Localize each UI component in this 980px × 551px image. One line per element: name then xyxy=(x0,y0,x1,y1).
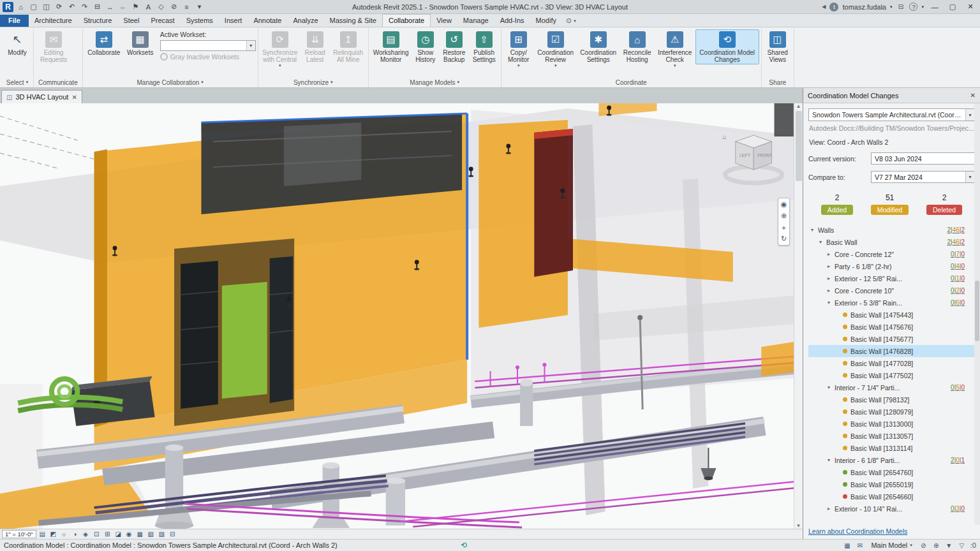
expand-icon[interactable]: ▸ xyxy=(828,506,835,511)
temporary-hide-icon[interactable]: ◪ xyxy=(114,530,123,538)
collapse-icon[interactable]: ▾ xyxy=(811,227,818,233)
section-icon[interactable]: ⊘ xyxy=(168,2,179,12)
rendering-icon[interactable]: ◈ xyxy=(81,530,91,538)
scroll-down-icon[interactable]: ▼ xyxy=(796,523,801,529)
ribbon-display-options[interactable]: ⊙▾ xyxy=(566,17,576,27)
collaborate-button[interactable]: ⇄Collaborate xyxy=(85,29,123,57)
ribbon-tab-manage[interactable]: Manage xyxy=(457,15,494,27)
copy-monitor-button[interactable]: ⊞Copy/Monitor▾ xyxy=(503,29,534,70)
text-icon[interactable]: A xyxy=(143,2,154,12)
ribbon-tab-precast[interactable]: Precast xyxy=(145,15,180,27)
minimize-button[interactable]: — xyxy=(928,3,942,11)
tree-row[interactable]: Basic Wall [2654660] xyxy=(808,490,975,503)
ribbon-panel-caption-manage-collaboration[interactable]: Manage Collaboration▾ xyxy=(84,77,257,87)
ribbon-tab-systems[interactable]: Systems xyxy=(181,15,219,27)
ribbon-tab-file[interactable]: File xyxy=(0,15,29,27)
interference-check-button[interactable]: ⚠InterferenceCheck▾ xyxy=(655,29,695,70)
pan-icon[interactable]: + xyxy=(779,223,789,232)
aligned-dimension-icon[interactable]: ⇔ xyxy=(117,2,128,12)
main-model-select[interactable]: Main Model ▾ xyxy=(868,541,914,550)
tree-row[interactable]: Basic Wall [1475443] xyxy=(808,309,975,321)
hide-analytical-icon[interactable]: ▨ xyxy=(157,530,167,538)
panel-caption-caret-icon[interactable]: ▾ xyxy=(457,80,460,85)
collapse-arrow-icon[interactable]: ◀ xyxy=(822,4,826,10)
expand-icon[interactable]: ▸ xyxy=(828,288,835,293)
cart-icon[interactable]: ⊟ xyxy=(896,3,905,11)
copy-monitor-dropdown-icon[interactable]: ▾ xyxy=(517,63,520,68)
filter-funnel-icon[interactable]: ▼ xyxy=(944,541,954,550)
compare-version-caret-icon[interactable]: ▼ xyxy=(965,172,974,182)
constraints-icon[interactable]: ⊟ xyxy=(168,530,177,538)
coordination-model-changes-button[interactable]: ⟲Coordination ModelChanges xyxy=(695,29,759,64)
ribbon-tab-architecture[interactable]: Architecture xyxy=(29,15,78,27)
tree-row[interactable]: ▾Exterior - 5 3/8" Rain...0|6|0 xyxy=(808,297,975,309)
tag-by-category-icon[interactable]: ⚑ xyxy=(130,2,141,12)
navigation-wheel-icon[interactable]: ◉ xyxy=(779,200,789,209)
ribbon-tab-annotate[interactable]: Annotate xyxy=(248,15,287,27)
undo-icon[interactable]: ↶ xyxy=(66,2,77,12)
ribbon-panel-caption-select[interactable]: Select▾ xyxy=(2,77,33,87)
detail-level-icon[interactable]: ▤ xyxy=(38,530,47,538)
tree-row[interactable]: Basic Wall [1475676] xyxy=(808,321,975,333)
collapse-icon[interactable]: ▾ xyxy=(828,385,835,390)
tree-row[interactable]: Basic Wall [1313000] xyxy=(808,418,975,430)
tree-row[interactable]: Basic Wall [1280979] xyxy=(808,406,975,418)
tree-row[interactable]: Basic Wall [798132] xyxy=(808,393,975,406)
collapse-icon[interactable]: ▾ xyxy=(828,300,835,305)
worksets-status-icon[interactable]: ▦ xyxy=(842,541,852,550)
ribbon-cycle-icon[interactable]: ⊙ xyxy=(566,17,572,25)
tree-row[interactable]: Basic Wall [1476828] xyxy=(808,345,975,357)
publish-settings-button[interactable]: ⇧PublishSettings xyxy=(470,29,499,64)
ribbon-panel-caption-communicate[interactable]: Communicate xyxy=(34,77,82,87)
tree-row[interactable]: Basic Wall [1313114] xyxy=(808,442,975,454)
open-icon[interactable]: ▢ xyxy=(28,2,39,12)
orbit-icon[interactable]: ↻ xyxy=(779,234,789,244)
print-icon[interactable]: ⊟ xyxy=(92,2,103,12)
view-cube-left-label[interactable]: LEFT xyxy=(739,153,751,158)
show-history-button[interactable]: ◷ShowHistory xyxy=(412,29,439,64)
view-cube-home-icon[interactable]: ⌂ xyxy=(723,133,727,140)
username[interactable]: tomasz.fudala xyxy=(842,3,886,11)
synchronize-with-central-dropdown-icon[interactable]: ▾ xyxy=(279,63,281,68)
show-crop-icon[interactable]: ⊞ xyxy=(103,530,112,538)
visual-style-icon[interactable]: ◩ xyxy=(48,530,58,538)
temporary-view-properties-icon[interactable]: ▧ xyxy=(146,530,156,538)
home-icon[interactable]: ⌂ xyxy=(15,2,26,12)
canvas-vertical-scrollbar[interactable]: ▲ ▼ xyxy=(794,103,803,529)
crop-view-icon[interactable]: ⊡ xyxy=(92,530,101,538)
ribbon-tab-view[interactable]: View xyxy=(431,15,457,27)
tree-row[interactable]: ▸Core - Concrete 12"0|7|0 xyxy=(808,248,975,260)
tree-row[interactable]: Basic Wall [2655019] xyxy=(808,478,975,490)
view-tab-close-icon[interactable]: ✕ xyxy=(71,94,77,101)
panel-caption-caret-icon[interactable]: ▾ xyxy=(26,80,29,85)
compare-version-select[interactable]: V7 27 Mar 2024 ▼ xyxy=(871,171,975,183)
modify-button[interactable]: ↖Modify xyxy=(3,29,31,57)
model-viewport[interactable]: LEFT FRONT ⌂ xyxy=(0,103,803,529)
ribbon-panel-caption-share[interactable]: Share xyxy=(762,77,793,87)
tree-row[interactable]: Basic Wall [1313057] xyxy=(808,430,975,442)
user-avatar[interactable]: t xyxy=(829,3,838,11)
ribbon-tab-add-ins[interactable]: Add-Ins xyxy=(494,15,530,27)
panel-scrollbar-thumb[interactable] xyxy=(975,281,979,341)
close-button[interactable]: ✕ xyxy=(963,3,977,11)
coordination-review-button[interactable]: ☑CoordinationReview▾ xyxy=(535,29,577,70)
zoom-icon[interactable]: ⊕ xyxy=(779,211,789,221)
tree-row[interactable]: ▾Walls2|46|2 xyxy=(808,224,975,236)
coordination-review-dropdown-icon[interactable]: ▾ xyxy=(554,63,557,68)
ribbon-panel-caption-synchronize[interactable]: Synchronize▾ xyxy=(259,77,368,87)
help-caret-icon[interactable]: ▾ xyxy=(921,4,924,10)
measure-icon[interactable]: ↔ xyxy=(105,2,115,12)
ribbon-tab-collaborate[interactable]: Collaborate xyxy=(382,14,431,27)
model-select-caret-icon[interactable]: ▼ xyxy=(965,109,974,121)
ribbon-panel-caption-manage-models[interactable]: Manage Models▾ xyxy=(369,77,500,87)
redo-icon[interactable]: ↷ xyxy=(79,2,90,12)
worksharing-display-icon[interactable]: ▦ xyxy=(135,530,145,538)
tree-row[interactable]: ▸Exterior - 12 5/8" Rai...0|1|0 xyxy=(808,272,975,284)
tree-row[interactable]: ▾Interior - 7 1/4" Parti...0|5|0 xyxy=(808,381,975,393)
panel-close-icon[interactable]: ✕ xyxy=(970,92,976,99)
ribbon-tab-massing-site[interactable]: Massing & Site xyxy=(324,15,382,27)
scroll-up-icon[interactable]: ▲ xyxy=(796,103,801,109)
active-workset-select[interactable]: ▼ xyxy=(160,40,256,51)
worksharing-monitor-button[interactable]: ▤WorksharingMonitor xyxy=(371,29,412,64)
model-select[interactable]: Snowdon Towers Sample Architectural.rvt … xyxy=(808,108,975,121)
